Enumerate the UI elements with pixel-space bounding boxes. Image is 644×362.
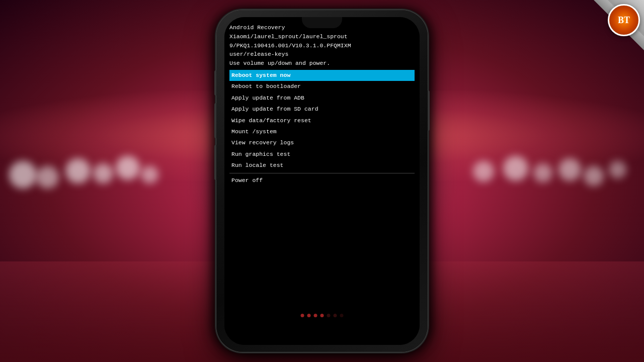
dot-4 — [320, 314, 324, 317]
dot-5 — [327, 314, 331, 317]
bottom-indicator-dots — [301, 314, 344, 317]
menu-item-7[interactable]: Run graphics test — [229, 149, 415, 160]
dot-1 — [301, 314, 304, 317]
menu-item-8[interactable]: Run locale test — [229, 160, 415, 171]
dot-2 — [307, 314, 311, 317]
menu-item-4[interactable]: Wipe data/factory reset — [229, 115, 415, 126]
menu-item-3[interactable]: Apply update from SD card — [229, 104, 415, 115]
phone-device: Android Recovery Xiaomi/laurel_sprout/la… — [216, 10, 428, 352]
header-line3: 9/PKQ1.190416.001/V10.3.1.0.PFQMIXM — [229, 41, 415, 50]
menu-item-2[interactable]: Apply update from ADB — [229, 93, 415, 104]
menu-item-5[interactable]: Mount /system — [229, 126, 415, 137]
menu-item-1[interactable]: Reboot to bootloader — [229, 81, 415, 92]
volume-up-button — [214, 103, 216, 138]
recovery-header: Android Recovery Xiaomi/laurel_sprout/la… — [229, 23, 415, 68]
phone-notch — [302, 17, 342, 28]
dot-3 — [314, 314, 317, 317]
dot-6 — [334, 314, 337, 317]
header-line4: user/release-keys — [229, 50, 415, 59]
menu-divider — [229, 173, 415, 173]
menu-item-0[interactable]: Reboot system now — [229, 70, 415, 81]
watermark-logo: BT — [608, 4, 640, 36]
phone-screen: Android Recovery Xiaomi/laurel_sprout/la… — [224, 17, 420, 345]
menu-item-6[interactable]: View recovery logs — [229, 137, 415, 148]
header-line2: Xiaomi/laurel_sprout/laurel_sprout — [229, 32, 415, 41]
volume-down-button — [214, 145, 216, 180]
silent-switch — [214, 70, 216, 96]
dot-7 — [340, 314, 344, 317]
recovery-menu: Reboot system nowReboot to bootloaderApp… — [229, 70, 415, 186]
menu-item-9[interactable]: Power off — [229, 175, 415, 186]
recovery-screen: Android Recovery Xiaomi/laurel_sprout/la… — [224, 17, 420, 345]
power-button — [428, 90, 430, 131]
watermark-text: BT — [618, 16, 630, 25]
header-line5: Use volume up/down and power. — [229, 59, 415, 68]
